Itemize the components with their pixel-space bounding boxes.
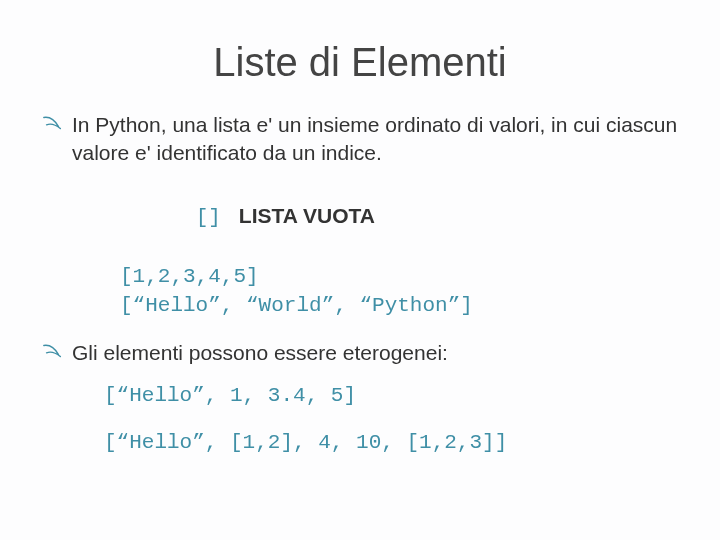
bullet-flourish-icon xyxy=(42,114,64,132)
code-label: LISTA VUOTA xyxy=(239,204,375,227)
code-block-2: [“Hello”, 1, 3.4, 5] xyxy=(104,381,680,410)
code-block-3: [“Hello”, [1,2], 4, 10, [1,2,3]] xyxy=(104,428,680,457)
slide: Liste di Elementi In Python, una lista e… xyxy=(0,0,720,540)
bullet-text: In Python, una lista e' un insieme ordin… xyxy=(72,113,677,164)
bullet-item-1: In Python, una lista e' un insieme ordin… xyxy=(40,111,680,168)
bullet-item-2: Gli elementi possono essere eterogenei: xyxy=(40,339,680,367)
code-line: [“Hello”, 1, 3.4, 5] xyxy=(104,381,680,410)
slide-title: Liste di Elementi xyxy=(40,40,680,85)
code-line: [“Hello”, “World”, “Python”] xyxy=(120,291,680,320)
code-block-1: []LISTA VUOTA [1,2,3,4,5] [“Hello”, “Wor… xyxy=(120,172,680,321)
code-line: [“Hello”, [1,2], 4, 10, [1,2,3]] xyxy=(104,428,680,457)
code-text: [] xyxy=(196,206,221,229)
bullet-flourish-icon xyxy=(42,342,64,360)
bullet-text: Gli elementi possono essere eterogenei: xyxy=(72,341,448,364)
code-line: [1,2,3,4,5] xyxy=(120,262,680,291)
code-line: []LISTA VUOTA xyxy=(120,172,680,262)
